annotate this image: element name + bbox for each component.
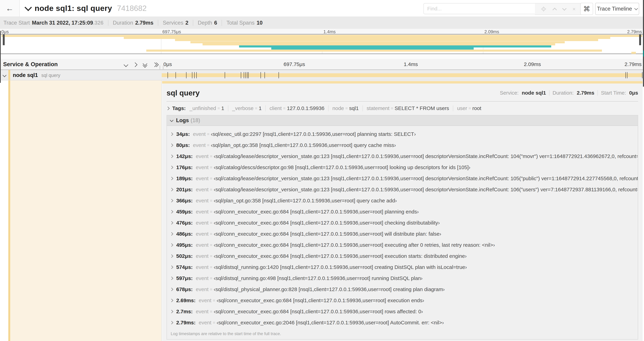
divider <box>328 105 328 111</box>
chevron-right-icon <box>170 155 173 158</box>
logs-header[interactable]: Logs (18) <box>167 115 638 126</box>
log-tick <box>626 72 626 78</box>
log-row[interactable]: 34μs: event = ‹sql/exec_util.go:2297 [ns… <box>167 129 638 140</box>
log-row[interactable]: 476μs: event = ‹sql/conn_executor_exec.g… <box>167 217 638 228</box>
trace-title: node sql1: sql query <box>34 4 112 13</box>
log-time: 366μs: <box>176 198 193 204</box>
trace-title-wrap: node sql1: sql query 7418682 <box>26 0 147 17</box>
log-row[interactable]: 2.79ms: event = ‹sql/conn_executor_exec.… <box>167 317 638 328</box>
keyboard-shortcuts-button[interactable]: ⌘ <box>580 3 593 15</box>
log-field-value: ‹sql/catalog/lease/descriptor_version_st… <box>214 176 638 181</box>
ruler-tick-50: 1.4ms <box>404 61 418 67</box>
tag-item[interactable]: client = 127.0.0.1:59936 <box>270 105 324 111</box>
tags-label: Tags: <box>172 105 186 111</box>
tags-accordion[interactable]: Tags: _unfinished = 1 _verbose = 1 clien… <box>166 105 638 111</box>
log-field-value: ‹sql/catalog/lease/descriptor_version_st… <box>214 153 638 159</box>
log-field-key: event <box>196 220 208 226</box>
log-field-value: ‹sql/conn_executor_exec.go:684 [nsql1,cl… <box>214 308 423 314</box>
chevron-right-icon <box>170 310 173 313</box>
chevron-right-icon <box>170 265 173 269</box>
collapse-children-chevron-icon[interactable] <box>2 73 6 77</box>
find-input[interactable] <box>424 6 535 12</box>
log-field-key: event <box>193 142 206 148</box>
tag-item[interactable]: _unfinished = 1 <box>190 105 224 111</box>
log-row[interactable]: 189μs: event = ‹sql/catalog/lease/descri… <box>167 173 638 184</box>
detail-header-row: sql query Service:node sql1 Duration:2.7… <box>166 88 638 98</box>
minimap-canvas[interactable] <box>0 34 644 54</box>
log-tick <box>186 72 186 78</box>
chevron-right-icon <box>170 288 173 291</box>
log-row[interactable]: 176μs: event = ‹sql/catalog/descs/descri… <box>167 162 638 173</box>
divider <box>598 90 598 96</box>
span-bar-area[interactable] <box>162 70 642 80</box>
tag-item[interactable]: _verbose = 1 <box>232 105 262 111</box>
column-resizer[interactable] <box>160 66 164 69</box>
logs-note: Log timestamps are relative to the start… <box>167 329 638 339</box>
chevron-right-icon <box>170 143 173 147</box>
equals-sign: = <box>210 265 212 270</box>
log-tick <box>168 72 168 78</box>
minimap-ruler: 0μs 697.75μs 1.4ms 2.09ms 2.79ms <box>0 29 644 34</box>
collapse-all-icon[interactable] <box>153 62 158 67</box>
total-spans-label: Total Spans <box>226 20 254 26</box>
log-field-key: event <box>196 198 208 204</box>
log-row[interactable]: 459μs: event = ‹sql/conn_executor_exec.g… <box>167 206 638 217</box>
log-tick <box>244 72 244 78</box>
log-row[interactable]: 502μs: event = ‹sql/conn_executor_exec.g… <box>167 250 638 262</box>
span-duration-bar[interactable] <box>162 73 642 77</box>
services-label: Services <box>163 20 183 26</box>
log-row[interactable]: 495μs: event = ‹sql/conn_executor_exec.g… <box>167 239 638 250</box>
log-time: 502μs: <box>176 253 193 259</box>
view-selector-label: Trace Timeline <box>597 6 632 12</box>
equals-sign: = <box>210 209 212 214</box>
log-field-key: event <box>196 264 208 270</box>
log-row[interactable]: 2.69ms: event = ‹sql/conn_executor_exec.… <box>167 295 638 306</box>
log-row[interactable]: 678μs: event = ‹sql/distsql_physical_pla… <box>167 284 638 295</box>
divider <box>362 105 363 111</box>
log-tick <box>241 72 241 78</box>
log-field-value: ‹sql/exec_util.go:2297 [nsql1,client=127… <box>211 131 416 137</box>
equals-sign: = <box>210 243 212 247</box>
focus-target-icon[interactable] <box>541 6 546 12</box>
minimap-left-drag-handle[interactable] <box>3 35 5 45</box>
expand-one-level-icon[interactable] <box>124 62 128 67</box>
tag-item[interactable]: node = sql1 <box>332 105 359 111</box>
find-prev-icon[interactable] <box>552 8 557 12</box>
expand-all-icon[interactable] <box>143 62 147 67</box>
tag-item[interactable]: user = root <box>457 105 481 111</box>
log-field-value: ‹sql/conn_executor_exec.go:684 [nsql1,cl… <box>214 220 440 226</box>
log-row[interactable]: 574μs: event = ‹sql/distsql_running.go:1… <box>167 262 638 273</box>
log-row[interactable]: 80μs: event = ‹sql/plan_opt.go:358 [nsql… <box>167 140 638 151</box>
jaeger-trace-page: ← node sql1: sql query 7418682 × ⌘ Trace… <box>0 0 644 341</box>
collapse-trace-chevron-icon[interactable] <box>24 4 32 11</box>
log-field-key: event <box>196 275 208 281</box>
find-next-icon[interactable] <box>562 6 566 11</box>
equals-sign: = <box>210 176 212 181</box>
log-row[interactable]: 366μs: event = ‹sql/plan_opt.go:358 [nsq… <box>167 195 638 206</box>
log-row[interactable]: 597μs: event = ‹sql/distsql_running.go:4… <box>167 273 638 284</box>
log-field-key: event <box>196 153 208 159</box>
tag-item[interactable]: statement = SELECT * FROM users <box>367 105 449 111</box>
find-clear-icon[interactable]: × <box>572 6 576 12</box>
log-row[interactable]: 201μs: event = ‹sql/catalog/lease/descri… <box>167 184 638 195</box>
tag-key: user <box>457 105 467 111</box>
trace-start-fraction: .326 <box>93 20 103 26</box>
chevron-right-icon <box>170 254 173 258</box>
view-selector-button[interactable]: Trace Timeline <box>595 3 639 15</box>
tag-value: sql1 <box>349 105 359 111</box>
equals-sign: = <box>218 106 220 111</box>
log-row[interactable]: 2.7ms: event = ‹sql/conn_executor_exec.g… <box>167 306 638 317</box>
span-row[interactable]: node sql1sql query <box>0 70 644 80</box>
start-time-label: Start Time: <box>601 90 626 96</box>
scrollbar-track[interactable] <box>643 0 644 87</box>
divider <box>158 20 158 26</box>
log-field-key: event <box>196 286 208 292</box>
chevron-right-icon <box>170 243 173 247</box>
collapse-one-level-icon[interactable] <box>133 62 138 67</box>
back-button[interactable]: ← <box>0 0 20 17</box>
minimap-right-drag-handle[interactable] <box>639 35 641 45</box>
log-time: 176μs: <box>176 164 193 170</box>
start-time-value: 0μs <box>629 90 638 96</box>
log-row[interactable]: 142μs: event = ‹sql/catalog/lease/descri… <box>167 151 638 162</box>
log-row[interactable]: 486μs: event = ‹sql/conn_executor_exec.g… <box>167 228 638 239</box>
